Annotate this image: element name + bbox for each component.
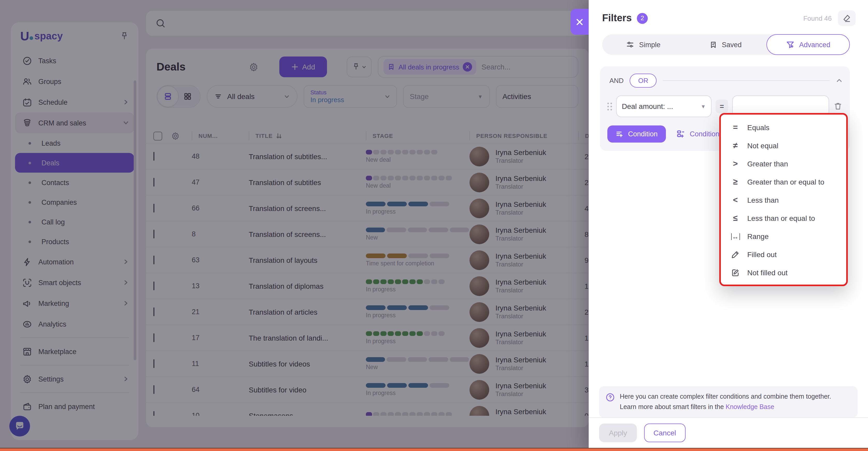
filters-title: Filters [602, 12, 632, 24]
hint-line1: Here you can create complex filter condi… [620, 393, 831, 400]
tab-label: Saved [722, 41, 742, 49]
knowledge-base-link[interactable]: Knowledge Base [726, 403, 774, 410]
menu-item-label: Not filled out [747, 268, 788, 276]
clear-filters-button[interactable] [838, 10, 856, 26]
menu-item-less-than[interactable]: <Less than [721, 191, 846, 209]
bottom-accent-strip [0, 448, 868, 451]
menu-item-label: Less than [747, 196, 779, 204]
sliders-icon [626, 40, 634, 49]
menu-item-not-equal[interactable]: ≠Not equal [721, 136, 846, 154]
eraser-icon [843, 14, 851, 22]
filters-count-badge: 2 [637, 13, 648, 24]
range-icon: ↔ [730, 232, 741, 241]
tab-simple[interactable]: Simple [602, 34, 684, 55]
chevron-up-icon[interactable] [836, 77, 843, 84]
less-or-equal-icon: ≤ [730, 213, 741, 223]
group-add-icon [676, 129, 685, 139]
found-count: Found 46 [803, 14, 832, 22]
menu-item-label: Greater than or equal to [747, 178, 824, 186]
screen: U spacy Tasks Groups Schedule [0, 0, 868, 451]
menu-item-greater-than[interactable]: >Greater than [721, 154, 846, 173]
menu-item-less-or-equal[interactable]: ≤Less than or equal to [721, 209, 846, 227]
tab-saved[interactable]: Saved [684, 34, 767, 55]
equals-icon: = [730, 123, 741, 132]
logic-or-button[interactable]: OR [630, 73, 657, 87]
pencil-icon [730, 250, 741, 259]
condition-field-select[interactable]: Deal amount: ... ▼ [616, 95, 712, 117]
question-circle-icon [606, 393, 615, 412]
menu-item-not-filled-out[interactable]: Not filled out [721, 263, 846, 281]
trash-icon[interactable] [833, 101, 843, 111]
menu-item-equals[interactable]: =Equals [721, 118, 846, 136]
cancel-button[interactable]: Cancel [644, 423, 685, 442]
operator-menu: =Equals ≠Not equal >Greater than ≥Greate… [719, 113, 848, 286]
condition-field-value: Deal amount: ... [622, 102, 673, 111]
funnel-gear-icon [786, 40, 795, 49]
operator-button[interactable]: = [716, 99, 728, 113]
greater-than-icon: > [730, 159, 741, 168]
add-condition-button[interactable]: Condition [607, 125, 666, 143]
tab-label: Advanced [799, 41, 830, 49]
menu-item-label: Greater than [747, 159, 788, 168]
menu-item-label: Not equal [747, 141, 778, 150]
menu-item-range[interactable]: ↔Range [721, 227, 846, 245]
bookmark-check-icon [709, 41, 717, 49]
drag-handle-icon[interactable] [607, 102, 612, 110]
close-filters-button[interactable] [570, 9, 589, 35]
tab-advanced[interactable]: Advanced [767, 34, 850, 55]
less-than-icon: < [730, 195, 741, 205]
menu-item-label: Less than or equal to [747, 214, 815, 222]
tab-label: Simple [639, 41, 660, 49]
condition-add-icon [616, 130, 623, 138]
dropdown-triangle-icon: ▼ [701, 103, 706, 109]
greater-or-equal-icon: ≥ [730, 177, 741, 186]
menu-item-filled-out[interactable]: Filled out [721, 245, 846, 263]
menu-item-greater-or-equal[interactable]: ≥Greater than or equal to [721, 173, 846, 191]
menu-item-label: Equals [747, 123, 770, 131]
menu-item-label: Range [747, 232, 769, 240]
filters-panel: Filters 2 Found 46 Simple Saved Advanced [589, 0, 868, 451]
divider [663, 80, 830, 81]
filters-hint: Here you can create complex filter condi… [599, 387, 858, 418]
pencil-square-icon [730, 268, 741, 276]
hint-line2: Learn more about smart filters in the [620, 403, 726, 410]
close-icon [576, 18, 584, 26]
logic-and-button[interactable]: AND [607, 77, 624, 84]
filters-tabs: Simple Saved Advanced [602, 34, 850, 55]
add-condition-label: Condition [628, 130, 658, 138]
not-equal-icon: ≠ [730, 141, 741, 150]
menu-item-label: Filled out [747, 250, 777, 259]
apply-button[interactable]: Apply [599, 423, 637, 442]
